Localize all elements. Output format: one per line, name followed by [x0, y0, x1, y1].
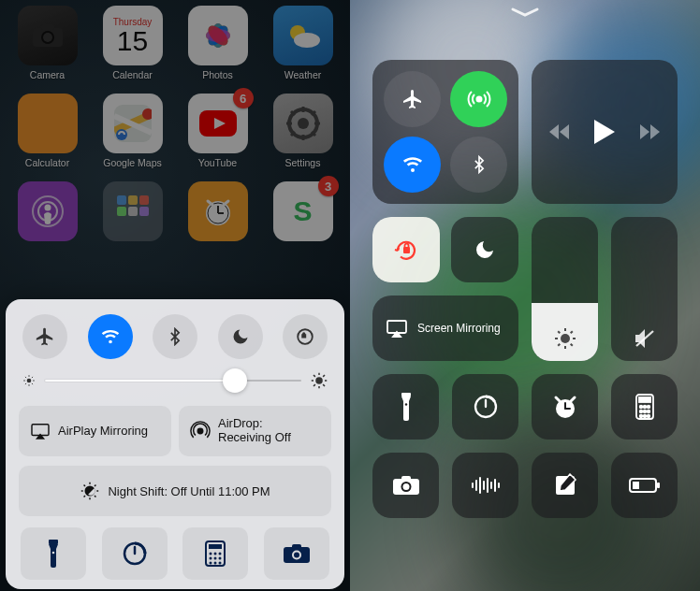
svg-point-120 [647, 411, 649, 413]
svg-rect-125 [401, 476, 411, 481]
svg-line-50 [32, 377, 33, 378]
svg-line-112 [571, 397, 575, 401]
bluetooth-toggle[interactable] [153, 314, 197, 359]
svg-line-70 [95, 485, 95, 486]
airplane-toggle[interactable] [22, 314, 67, 359]
wifi-toggle[interactable] [88, 314, 133, 359]
svg-point-92 [561, 334, 570, 343]
svg-rect-72 [49, 540, 58, 544]
svg-line-111 [556, 397, 560, 401]
airdrop-label: AirDrop: Receiving Off [218, 417, 291, 445]
calculator-button[interactable] [611, 374, 678, 440]
camera-button[interactable] [372, 453, 439, 518]
svg-rect-87 [292, 544, 301, 549]
camera-button[interactable] [264, 527, 329, 580]
notes-button[interactable] [532, 453, 598, 518]
calculator-button[interactable] [182, 527, 248, 580]
svg-point-85 [219, 562, 222, 565]
airplay-label: AirPlay Mirroring [58, 425, 148, 439]
svg-point-79 [219, 553, 222, 555]
airplane-toggle[interactable] [384, 71, 441, 127]
voice-memo-button[interactable] [452, 453, 518, 518]
svg-point-81 [214, 557, 217, 560]
svg-rect-103 [401, 393, 411, 396]
chevron-down-icon[interactable] [507, 6, 543, 19]
lock-dnd-row [372, 217, 518, 282]
volume-slider[interactable] [611, 217, 678, 361]
svg-point-62 [197, 428, 203, 434]
timer-button[interactable] [102, 527, 168, 580]
svg-point-89 [294, 553, 299, 558]
control-center-ios11: Screen Mirroring [372, 60, 678, 518]
svg-point-116 [643, 406, 646, 409]
brightness-slider[interactable] [22, 372, 328, 389]
svg-line-99 [570, 331, 572, 333]
quick-row [19, 527, 331, 580]
dnd-toggle[interactable] [451, 217, 518, 282]
svg-point-115 [639, 406, 642, 409]
svg-line-58 [323, 384, 325, 386]
connectivity-module[interactable] [372, 60, 518, 204]
svg-rect-114 [639, 397, 650, 402]
svg-line-71 [84, 496, 85, 497]
svg-point-73 [52, 552, 55, 555]
slider-thumb[interactable] [223, 368, 247, 393]
rotation-lock-toggle[interactable] [372, 217, 440, 282]
low-power-button[interactable] [611, 453, 678, 518]
sun-icon [554, 327, 576, 350]
svg-point-90 [476, 97, 481, 102]
rotation-lock-toggle[interactable] [283, 314, 328, 359]
volume-mute-icon [633, 327, 657, 350]
night-shift-icon [80, 481, 100, 501]
svg-point-83 [210, 562, 212, 565]
cellular-toggle[interactable] [450, 71, 507, 127]
svg-line-48 [25, 377, 26, 378]
airplay-icon [30, 423, 51, 440]
tile-row-2 [372, 453, 678, 518]
play-icon[interactable] [592, 118, 617, 146]
svg-point-84 [214, 562, 217, 565]
svg-line-59 [323, 375, 325, 377]
screen-mirroring-button[interactable]: Screen Mirroring [372, 296, 518, 361]
timer-button[interactable] [452, 374, 518, 440]
svg-line-98 [570, 344, 572, 346]
svg-rect-139 [633, 482, 639, 489]
svg-line-68 [84, 485, 85, 486]
svg-line-100 [558, 344, 560, 346]
svg-point-121 [639, 415, 642, 418]
screen-mirroring-label: Screen Mirroring [417, 322, 501, 335]
brightness-slider[interactable] [532, 217, 598, 361]
flashlight-button[interactable] [372, 374, 439, 440]
media-module[interactable] [532, 60, 678, 204]
wifi-toggle[interactable] [384, 137, 441, 193]
svg-point-122 [643, 415, 646, 418]
ios11-screen: Screen Mirroring [350, 0, 700, 591]
slider-track[interactable] [45, 380, 301, 382]
bluetooth-toggle[interactable] [450, 137, 507, 193]
dnd-toggle[interactable] [218, 314, 263, 359]
airplay-button[interactable]: AirPlay Mirroring [19, 406, 171, 456]
svg-point-118 [639, 411, 642, 413]
ios10-screen: Camera Thursday15 Calendar Photos Weathe… [0, 0, 350, 591]
svg-point-80 [210, 557, 212, 560]
svg-point-104 [404, 403, 406, 405]
night-shift-label: Night Shift: Off Until 11:00 PM [108, 484, 270, 498]
svg-point-78 [214, 553, 217, 555]
svg-point-52 [315, 377, 323, 384]
airdrop-button[interactable]: AirDrop: Receiving Off [179, 406, 331, 456]
svg-line-57 [314, 375, 315, 377]
svg-rect-76 [209, 544, 222, 549]
svg-point-82 [219, 557, 222, 560]
flashlight-button[interactable] [21, 527, 86, 580]
night-shift-button[interactable]: Night Shift: Off Until 11:00 PM [19, 466, 331, 516]
svg-line-51 [25, 383, 26, 384]
svg-point-127 [402, 483, 409, 490]
alarm-button[interactable] [532, 374, 598, 440]
svg-point-43 [27, 379, 32, 383]
sun-high-icon [311, 372, 328, 389]
tile-row-1 [372, 374, 678, 440]
svg-point-77 [210, 553, 212, 555]
forward-icon[interactable] [637, 123, 660, 140]
rewind-icon[interactable] [549, 123, 572, 140]
airdrop-icon [190, 421, 211, 441]
